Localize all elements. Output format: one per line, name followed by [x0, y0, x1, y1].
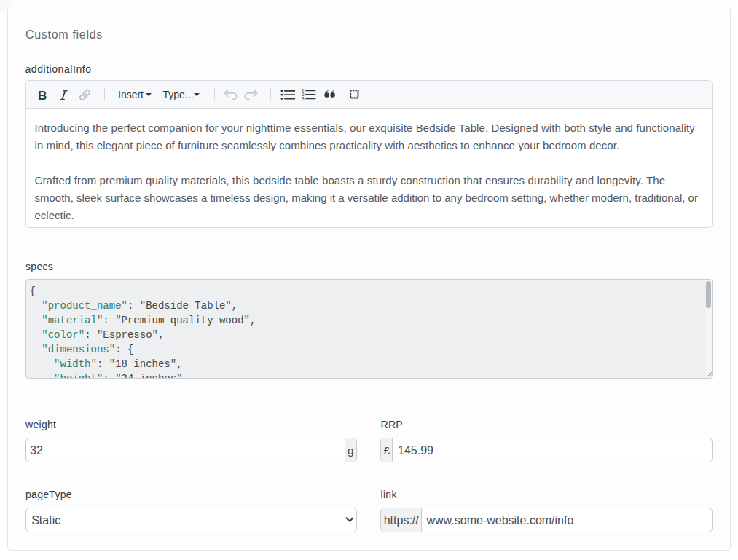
- svg-text:3: 3: [301, 96, 304, 101]
